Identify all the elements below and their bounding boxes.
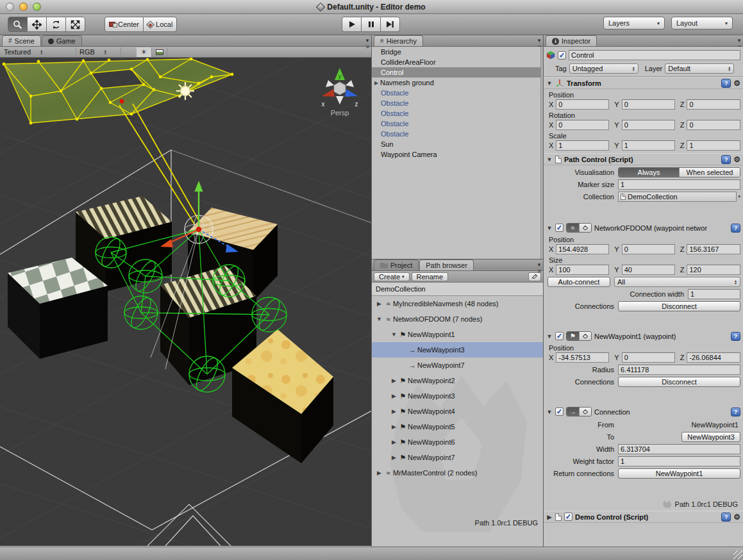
expander-icon[interactable]: ▶ <box>390 424 398 430</box>
network-enabled-checkbox[interactable]: ✓ <box>555 224 564 232</box>
expander-icon[interactable]: ▶ <box>390 454 398 461</box>
active-checkbox[interactable]: ✓ <box>558 51 566 60</box>
network-position-z-field[interactable] <box>687 244 740 254</box>
expander-icon[interactable]: ▶ <box>390 439 398 445</box>
create-button[interactable]: Create ▾ <box>374 272 410 281</box>
tab-project[interactable]: Project <box>374 259 419 270</box>
sun-flare[interactable] <box>176 82 194 100</box>
tag-mode-icon[interactable] <box>579 408 591 416</box>
to-waypoint-button[interactable]: NewWaypoint3 <box>681 432 740 442</box>
scale-y-field[interactable] <box>622 140 675 151</box>
rotate-tool-button[interactable] <box>46 17 66 32</box>
tree-item[interactable]: ▶⚑NewWaypoint7 <box>372 450 543 465</box>
expander-icon[interactable]: ▶ <box>390 377 398 384</box>
return-connection-button[interactable]: NewWaypoint1 <box>618 468 740 479</box>
waypoint-position-y-field[interactable] <box>622 352 675 363</box>
tree-item[interactable]: →NewWaypoint7 <box>372 358 543 373</box>
hierarchy-item-prefab[interactable]: Obstacle <box>372 119 543 129</box>
waypoint-disconnect-button[interactable]: Disconnect <box>618 377 740 387</box>
hierarchy-item[interactable]: ColliderAreaFloor <box>372 57 543 67</box>
gear-icon[interactable]: ⚙ <box>733 79 740 87</box>
expander-icon[interactable]: ▼ <box>390 331 398 338</box>
gameobject-name-field[interactable] <box>569 50 740 60</box>
hierarchy-item-prefab[interactable]: Obstacle <box>372 98 543 108</box>
waypoint-position-x-field[interactable] <box>556 352 609 363</box>
demo-control-enabled-checkbox[interactable]: ✓ <box>564 513 572 521</box>
position-z-field[interactable] <box>687 99 740 110</box>
foldout-icon[interactable]: ▼ <box>546 333 553 340</box>
waypoint-position-z-field[interactable] <box>687 352 740 363</box>
scene-lighting-toggle[interactable]: ☀ <box>137 47 152 57</box>
pause-button[interactable] <box>361 17 381 32</box>
tree-item[interactable]: ▶⚑NewWaypoint3 <box>372 388 543 404</box>
network-size-z-field[interactable] <box>687 265 740 275</box>
window-resize-grip[interactable] <box>733 550 742 559</box>
close-window-button[interactable] <box>6 3 14 11</box>
hierarchy-item[interactable]: ▶Navmesh ground <box>372 78 543 88</box>
help-icon[interactable]: ? <box>721 79 731 88</box>
network-mode-icon[interactable]: ≈ <box>567 224 579 232</box>
visualisation-always-option[interactable]: Always <box>619 168 679 177</box>
pivot-center-button[interactable]: Center <box>104 17 144 32</box>
pane-menu-icon[interactable]: ▾≡ <box>366 37 369 50</box>
step-button[interactable] <box>380 17 400 32</box>
weight-factor-field[interactable] <box>618 456 740 466</box>
tree-item-selected[interactable]: →NewWaypoint3 <box>372 342 543 358</box>
foldout-icon[interactable]: ▶ <box>546 514 553 520</box>
network-component-header[interactable]: ▼ ✓ ≈ NetworkOFDOOM (waypoint networ ? <box>544 222 743 234</box>
help-icon[interactable]: ? <box>721 513 731 522</box>
tab-scene[interactable]: # Scene <box>2 35 41 46</box>
scale-x-field[interactable] <box>556 140 609 151</box>
network-position-y-field[interactable] <box>622 244 675 254</box>
hierarchy-item[interactable]: Waypoint Camera <box>372 149 543 160</box>
hierarchy-item-selected[interactable]: Control <box>372 67 543 78</box>
hierarchy-item-prefab[interactable]: Obstacle <box>372 108 543 119</box>
gear-icon[interactable]: ⚙ <box>733 156 740 163</box>
waypoint-component-header[interactable]: ▼ ✓ ⚑ NewWaypoint1 (waypoint) ? <box>544 330 743 342</box>
draw-mode-dropdown[interactable]: Textured ▲▼ <box>1 47 76 57</box>
collection-object-field[interactable]: DemoCollection <box>618 192 737 202</box>
network-size-x-field[interactable] <box>556 265 609 275</box>
tree-item[interactable]: ▶≈MrMasterControl (2 nodes) <box>372 465 543 481</box>
expander-icon[interactable]: ▶ <box>372 80 380 86</box>
position-x-field[interactable] <box>556 99 609 110</box>
pivot-local-button[interactable]: Local <box>143 17 177 32</box>
foldout-icon[interactable]: ▼ <box>546 409 553 415</box>
scene-overlay-toggle[interactable] <box>152 47 167 57</box>
auto-connect-button[interactable]: Auto-connect <box>547 277 610 287</box>
layer-dropdown[interactable]: Default▲▼ <box>665 63 734 74</box>
help-icon[interactable]: ? <box>731 408 740 416</box>
connection-enabled-checkbox[interactable]: ✓ <box>555 408 564 416</box>
zoom-window-button[interactable] <box>33 3 41 11</box>
connection-width-field[interactable] <box>688 289 740 299</box>
network-size-y-field[interactable] <box>622 265 675 275</box>
expander-icon[interactable]: ▶ <box>390 408 398 415</box>
rename-button[interactable]: Rename <box>412 272 449 281</box>
tab-inspector[interactable]: i Inspector <box>546 35 597 46</box>
hierarchy-scrollbar[interactable] <box>540 47 543 259</box>
hierarchy-item[interactable]: Sun <box>372 139 543 149</box>
help-icon[interactable]: ? <box>721 155 731 164</box>
tree-item[interactable]: ▼≈NetworkOFDOOM (7 nodes) <box>372 311 543 327</box>
tree-item[interactable]: ▶⚑NewWaypoint2 <box>372 373 543 388</box>
help-icon[interactable]: ? <box>731 224 740 233</box>
path-control-component-header[interactable]: ▼ Path Control (Script) ? ⚙ <box>544 153 743 165</box>
connect-filter-dropdown[interactable]: All▲▼ <box>614 277 740 287</box>
layers-dropdown[interactable]: Layers ▾ <box>603 17 665 29</box>
tab-hierarchy[interactable]: ≡ Hierarchy <box>374 35 423 46</box>
connection-arrow-icon[interactable]: → <box>567 408 579 416</box>
network-disconnect-button[interactable]: Disconnect <box>618 301 740 311</box>
object-picker-arrow-icon[interactable]: ▾ <box>738 194 740 199</box>
transform-component-header[interactable]: ▼ Transform ? ⚙ <box>544 77 743 89</box>
expander-icon[interactable]: ▶ <box>375 470 383 476</box>
expander-icon[interactable]: ▼ <box>375 316 383 322</box>
connection-component-header[interactable]: ▼ ✓ → Connection ? <box>544 406 743 418</box>
hierarchy-item-prefab[interactable]: Obstacle <box>372 88 543 98</box>
tab-game[interactable]: Game <box>42 35 82 46</box>
pane-menu-icon[interactable]: ▾≡ <box>538 261 540 274</box>
expander-icon[interactable]: ▶ <box>390 393 398 399</box>
rotation-y-field[interactable] <box>622 120 675 130</box>
foldout-icon[interactable]: ▼ <box>546 225 553 231</box>
expander-icon[interactable]: ▶ <box>375 301 383 307</box>
radius-field[interactable] <box>618 365 740 375</box>
